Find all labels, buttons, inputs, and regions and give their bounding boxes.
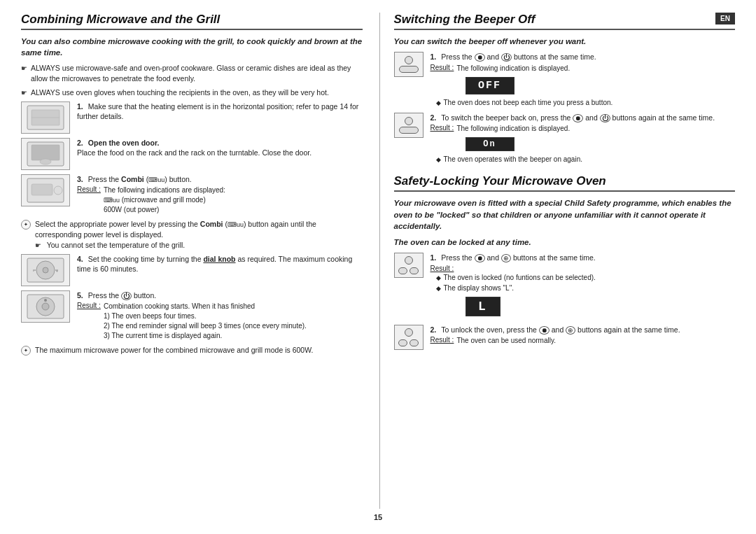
step4-content: 4. Set the cooking time by turning the d… [77, 254, 363, 274]
panel-circle-b2 [405, 117, 413, 125]
safety-step2-result: Result : The oven can be used normally. [430, 336, 736, 346]
safety-step1-subnote2: The display shows "L". [444, 283, 514, 293]
safety-section-title: Safety-Locking Your Microwave Oven [394, 174, 736, 192]
diamond-icon-s1a: ◆ [436, 274, 441, 283]
step3b: ✦ Select the appropriate power level by … [21, 219, 363, 250]
panel-oval-s1a [398, 267, 407, 274]
arrow-icon-3b: ☛ [35, 241, 41, 249]
svg-rect-4 [31, 145, 59, 160]
safety-step1-img [394, 253, 424, 278]
beeper-step1-text: Press the ⏺ and ⏻ buttons at the same ti… [441, 52, 596, 61]
beeper-step2-content: 2. To switch the beeper back on, press t… [430, 113, 736, 165]
svg-point-8 [54, 186, 62, 195]
safety-step1-content: 1. Press the ⏺ and ⊕ buttons at the same… [430, 253, 736, 320]
step2-subtext: Place the food on the rack and the rack … [77, 148, 363, 158]
svg-text:+: + [56, 269, 58, 273]
safety-step1-num: 1. [430, 253, 437, 262]
svg-rect-7 [31, 184, 52, 195]
beeper-step2-subnote1: The oven operates with the beeper on aga… [444, 155, 582, 164]
step4-text: Set the cooking time by turning the dial… [77, 255, 352, 274]
beeper-step2-text: To switch the beeper back on, press the … [441, 113, 715, 122]
left-section-title: Combining Microwave and the Grill [21, 13, 363, 30]
diamond-icon-b2a: ◆ [436, 156, 441, 164]
safety-step1-sub2: ◆ The display shows "L". [436, 283, 736, 293]
step2-image [21, 138, 70, 170]
safety-result-text-1 [456, 265, 735, 272]
panel-oval-b2 [399, 127, 419, 134]
safety-can-lock: The oven can be locked at any time. [394, 237, 736, 248]
beeper-display-1: OFF [465, 75, 736, 97]
result-label-5: Result : [77, 302, 101, 341]
beeper-step1-result: Result : The following indication is dis… [430, 64, 736, 73]
step3-content: 3. Press the Combi (⌨uu) button. Result … [77, 174, 363, 216]
step5-result: Result : Combination cooking starts. Whe… [77, 302, 363, 341]
step2-content: 2. Open the oven door. Place the food on… [77, 138, 363, 158]
panel-oval-s1b [410, 267, 419, 274]
arrow-icon-2: ☛ [21, 88, 27, 98]
right-section1-subtitle: You can switch the beeper off whenever y… [394, 36, 736, 47]
beeper-step-1: 1. Press the ⏺ and ⏻ buttons at the same… [394, 52, 736, 108]
safety-result-label-2: Result : [430, 336, 454, 346]
beeper-step-2: 2. To switch the beeper back on, press t… [394, 113, 736, 165]
step1-image [21, 101, 70, 134]
safety-step2-text: To unlock the oven, press the ⏺ and ⊕ bu… [441, 325, 680, 334]
safety-display-1: L [465, 295, 736, 318]
bullet-item-2: ☛ ALWAYS use oven gloves when touching t… [21, 87, 363, 98]
beeper-result-text-1: The following indication is displayed. [456, 64, 735, 73]
panel-box-b2 [394, 113, 424, 138]
bullet-text-2: ALWAYS use oven gloves when touching the… [31, 87, 363, 98]
safety-step-1: 1. Press the ⏺ and ⊕ buttons at the same… [394, 253, 736, 320]
diamond-icon-b1a: ◆ [436, 99, 441, 108]
right-column: EN Switching the Beeper Off You can swit… [379, 13, 736, 509]
beeper-result-label-2: Result : [430, 124, 454, 134]
circle-icon-3b: ✦ [21, 220, 31, 230]
panel-circle-s2 [405, 328, 413, 337]
panel-box-s1 [394, 253, 424, 278]
page-number: 15 [21, 513, 735, 521]
beeper-step2-img [394, 113, 424, 138]
safety-step1-sub1: ◆ The oven is locked (no funtions can be… [436, 273, 736, 283]
step-4: - + 4. Set the cooking time by turning t… [21, 254, 363, 286]
step1-num: 1. [77, 102, 83, 111]
result-label-3: Result : [77, 185, 101, 215]
step3b-text: Select the appropriate power level by pr… [35, 219, 363, 250]
on-display: On [465, 137, 514, 151]
beeper-step1-sub1: ◆ The oven does not beep each time you p… [436, 98, 736, 108]
svg-point-5 [40, 159, 51, 164]
beeper-step2-num: 2. [430, 113, 437, 122]
step4-image: - + [21, 254, 70, 286]
safety-step2-img [394, 325, 424, 350]
panel-circle-b1 [405, 56, 413, 64]
en-badge: EN [715, 13, 735, 24]
step1-content: 1. Make sure that the heating element is… [77, 101, 363, 122]
safety-step1-result: Result : [430, 265, 736, 272]
result-text-5: Combination cooking starts. When it has … [104, 302, 363, 341]
panel-box-b1 [394, 52, 424, 77]
beeper-step1-content: 1. Press the ⏺ and ⏻ buttons at the same… [430, 52, 736, 108]
right-section1-title: Switching the Beeper Off [394, 13, 736, 30]
panel-box-s2 [394, 325, 424, 350]
step5-text: Press the ⏻ button. [88, 291, 156, 300]
safety-result-text-2: The oven can be used normally. [456, 336, 735, 346]
svg-point-18 [42, 303, 49, 310]
bullet-text-1: ALWAYS use microwave-safe and oven-proof… [31, 63, 363, 83]
step3-result: Result : The following indications are d… [77, 185, 363, 215]
beeper-step1-subnote1: The oven does not beep each time you pre… [444, 98, 613, 108]
footer-note: ✦ The maximum microwave power for the co… [21, 345, 363, 356]
step-3: 3. Press the Combi (⌨uu) button. Result … [21, 174, 363, 216]
safety-step-2: 2. To unlock the oven, press the ⏺ and ⊕… [394, 325, 736, 350]
safety-subtitle: Your microwave oven is fitted with a spe… [394, 197, 736, 231]
step5-num: 5. [77, 291, 83, 300]
step-2: 2. Open the oven door. Place the food on… [21, 138, 363, 170]
diamond-icon-s1b: ◆ [436, 285, 441, 293]
panel-oval-b1 [399, 66, 419, 73]
beeper-result-text-2: The following indication is displayed. [456, 124, 735, 134]
step5-image [21, 290, 70, 323]
beeper-result-label-1: Result : [430, 64, 454, 73]
step2-text: Open the oven door. [88, 139, 160, 147]
arrow-icon-1: ☛ [21, 64, 27, 73]
result-text-3: The following indications are displayed:… [104, 185, 363, 215]
circle-icon-footer: ✦ [21, 346, 31, 356]
footer-note-text: The maximum microwave power for the comb… [35, 345, 313, 356]
panel-oval-s2b [410, 339, 419, 346]
